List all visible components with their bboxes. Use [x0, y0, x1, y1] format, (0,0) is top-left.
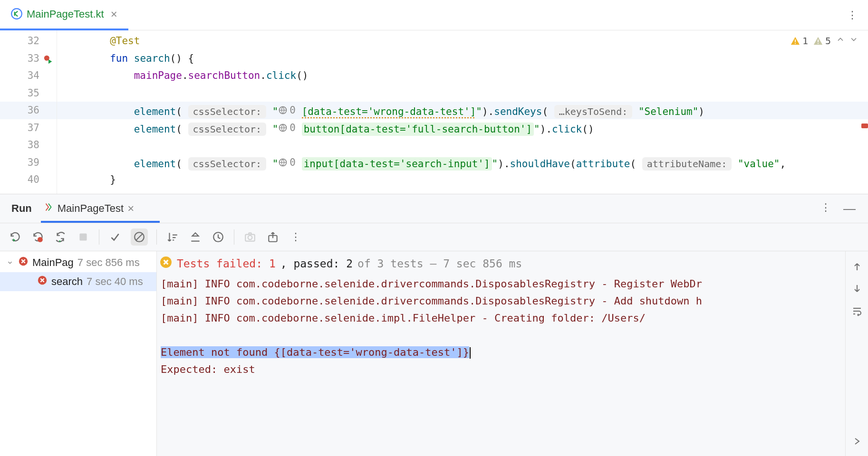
test-tree-item-search[interactable]: search 7 sec 40 ms	[0, 272, 156, 291]
test-summary: Tests failed: 1, passed: 2 of 3 tests – …	[157, 251, 845, 276]
toolbar-more-icon[interactable]: ⋮	[289, 230, 303, 244]
svg-point-14	[248, 236, 252, 240]
screenshot-icon[interactable]	[243, 230, 257, 244]
inspection-badges: 1 5	[790, 32, 858, 50]
param-hint: cssSelector:	[188, 157, 267, 171]
param-hint: attributeName:	[642, 157, 732, 171]
svg-rect-2	[795, 40, 796, 43]
run-tool-window: Run MainPageTest × ⋮ — ⋮	[0, 194, 868, 456]
log-line: [main] INFO com.codeborne.selenide.impl.…	[161, 310, 845, 327]
show-passed-icon[interactable]	[108, 230, 122, 244]
css-inlay-icon[interactable]: 0	[278, 154, 296, 171]
rerun-icon[interactable]	[8, 230, 22, 244]
css-inlay-icon[interactable]: 0	[278, 119, 296, 137]
console-side-toolbar	[845, 251, 868, 456]
run-config-icon	[43, 202, 54, 215]
param-hint: cssSelector:	[188, 123, 267, 136]
editor-tab-bar: MainPageTest.kt × ⋮	[0, 0, 868, 30]
svg-point-0	[11, 9, 22, 19]
svg-rect-3	[795, 43, 796, 44]
svg-point-9	[38, 237, 43, 242]
fail-icon	[18, 256, 29, 269]
svg-rect-5	[818, 43, 819, 44]
summary-fail-icon	[160, 256, 172, 271]
next-occurrence-icon[interactable]	[851, 436, 863, 448]
run-panel-title: Run	[6, 202, 38, 215]
stop-icon[interactable]	[76, 230, 90, 244]
warning-badge-2[interactable]: 5	[813, 32, 831, 50]
run-tab-label: MainPageTest	[58, 202, 124, 215]
run-tab-bar: Run MainPageTest × ⋮ —	[0, 194, 868, 223]
export-icon[interactable]	[266, 230, 280, 244]
close-icon[interactable]: ×	[108, 8, 120, 21]
code-editor[interactable]: 32 33 34 35 36 37 38 39 40 1 5	[0, 30, 868, 194]
fail-icon	[37, 275, 48, 288]
log-error-line: Expected: exist	[161, 361, 845, 378]
code-area[interactable]: 1 5 @Test fun search() { mainPage.search…	[57, 30, 868, 194]
log-line: [main] INFO com.codeborne.selenide.drive…	[161, 276, 845, 293]
soft-wrap-icon[interactable]	[851, 305, 863, 318]
close-icon[interactable]: ×	[127, 202, 134, 215]
sort-icon[interactable]	[165, 230, 180, 244]
expand-all-icon[interactable]	[188, 230, 203, 244]
run-toolbar: ⋮	[0, 223, 868, 251]
log-error-line: Element not found {[data-test='wrong-dat…	[161, 344, 845, 361]
test-tree-root[interactable]: MainPag 7 sec 856 ms	[0, 253, 156, 272]
run-tab-underline	[41, 221, 160, 223]
kotlin-file-icon	[10, 8, 23, 21]
console-output[interactable]: Tests failed: 1, passed: 2 of 3 tests – …	[157, 251, 845, 456]
chevron-down-icon[interactable]	[6, 259, 14, 266]
minimize-icon[interactable]: —	[843, 201, 856, 216]
toggle-auto-test-icon[interactable]	[53, 230, 68, 244]
editor-tab-mainpagetest[interactable]: MainPageTest.kt ×	[4, 0, 127, 30]
scroll-up-icon[interactable]	[851, 261, 863, 274]
run-tab-configuration[interactable]: MainPageTest ×	[38, 202, 140, 215]
svg-rect-10	[79, 233, 87, 240]
param-hint: cssSelector:	[188, 105, 267, 118]
log-line: [main] INFO com.codeborne.selenide.drive…	[161, 293, 845, 310]
editor-tab-title: MainPageTest.kt	[27, 8, 104, 20]
css-inlay-icon[interactable]: 0	[278, 102, 296, 119]
show-ignored-icon[interactable]	[131, 228, 148, 246]
editor-more-icon[interactable]: ⋮	[847, 9, 858, 21]
run-more-icon[interactable]: ⋮	[820, 201, 831, 216]
text-cursor	[470, 347, 471, 359]
scroll-down-icon[interactable]	[851, 283, 863, 296]
test-history-icon[interactable]	[211, 230, 225, 244]
param-hint: …keysToSend:	[554, 105, 633, 118]
prev-highlight-icon[interactable]	[836, 32, 845, 50]
next-highlight-icon[interactable]	[849, 32, 858, 50]
error-stripe-mark[interactable]	[861, 124, 868, 128]
svg-rect-4	[818, 40, 819, 43]
gutter: 32 33 34 35 36 37 38 39 40	[0, 30, 57, 194]
rerun-failed-icon[interactable]	[30, 230, 45, 244]
test-tree[interactable]: MainPag 7 sec 856 ms search 7 sec 40 ms	[0, 251, 157, 456]
warning-badge-1[interactable]: 1	[790, 32, 808, 50]
